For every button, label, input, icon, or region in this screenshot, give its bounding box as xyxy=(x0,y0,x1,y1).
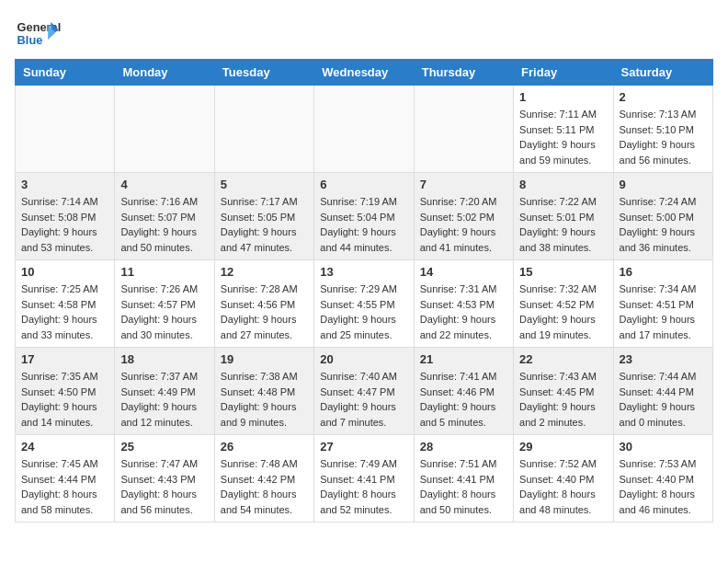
calendar-cell: 29Sunrise: 7:52 AMSunset: 4:40 PMDayligh… xyxy=(514,435,613,523)
logo-icon: General Blue xyxy=(15,15,61,52)
day-number: 8 xyxy=(519,178,607,191)
day-info: Sunrise: 7:43 AMSunset: 4:45 PMDaylight:… xyxy=(519,369,607,430)
day-number: 6 xyxy=(320,178,407,191)
day-info: Sunrise: 7:40 AMSunset: 4:47 PMDaylight:… xyxy=(320,369,407,430)
day-number: 27 xyxy=(320,440,407,454)
calendar-cell: 17Sunrise: 7:35 AMSunset: 4:50 PMDayligh… xyxy=(16,348,115,435)
weekday-header: Tuesday xyxy=(214,60,313,86)
day-info: Sunrise: 7:28 AMSunset: 4:56 PMDaylight:… xyxy=(221,282,308,342)
calendar-cell: 11Sunrise: 7:26 AMSunset: 4:57 PMDayligh… xyxy=(115,260,214,348)
day-info: Sunrise: 7:53 AMSunset: 4:40 PMDaylight:… xyxy=(620,456,707,517)
day-number: 1 xyxy=(519,90,607,104)
day-number: 30 xyxy=(620,440,707,454)
calendar-cell: 12Sunrise: 7:28 AMSunset: 4:56 PMDayligh… xyxy=(214,260,313,348)
day-info: Sunrise: 7:11 AMSunset: 5:11 PMDaylight:… xyxy=(519,107,607,167)
day-number: 17 xyxy=(21,352,108,366)
logo: General Blue xyxy=(15,15,61,52)
day-info: Sunrise: 7:20 AMSunset: 5:02 PMDaylight:… xyxy=(420,194,507,255)
calendar-cell: 24Sunrise: 7:45 AMSunset: 4:44 PMDayligh… xyxy=(16,435,115,523)
day-number: 19 xyxy=(221,352,308,366)
calendar-cell: 10Sunrise: 7:25 AMSunset: 4:58 PMDayligh… xyxy=(16,260,115,348)
calendar-cell xyxy=(214,86,313,173)
calendar-cell xyxy=(314,86,414,173)
calendar-cell: 22Sunrise: 7:43 AMSunset: 4:45 PMDayligh… xyxy=(514,348,613,435)
calendar-week-row: 10Sunrise: 7:25 AMSunset: 4:58 PMDayligh… xyxy=(16,260,713,348)
calendar-cell: 23Sunrise: 7:44 AMSunset: 4:44 PMDayligh… xyxy=(613,348,712,435)
calendar-cell: 20Sunrise: 7:40 AMSunset: 4:47 PMDayligh… xyxy=(314,348,414,435)
day-info: Sunrise: 7:32 AMSunset: 4:52 PMDaylight:… xyxy=(519,282,607,342)
day-number: 11 xyxy=(120,265,208,279)
calendar-cell: 5Sunrise: 7:17 AMSunset: 5:05 PMDaylight… xyxy=(214,173,313,260)
day-number: 13 xyxy=(320,265,407,279)
day-number: 24 xyxy=(21,440,108,454)
day-number: 5 xyxy=(221,178,308,191)
day-info: Sunrise: 7:14 AMSunset: 5:08 PMDaylight:… xyxy=(21,194,108,255)
weekday-header: Sunday xyxy=(16,60,115,86)
calendar-cell: 15Sunrise: 7:32 AMSunset: 4:52 PMDayligh… xyxy=(514,260,613,348)
calendar-table: SundayMondayTuesdayWednesdayThursdayFrid… xyxy=(15,59,713,523)
day-info: Sunrise: 7:38 AMSunset: 4:48 PMDaylight:… xyxy=(221,369,308,430)
calendar-header-row: SundayMondayTuesdayWednesdayThursdayFrid… xyxy=(16,60,713,86)
day-info: Sunrise: 7:13 AMSunset: 5:10 PMDaylight:… xyxy=(620,107,707,167)
day-info: Sunrise: 7:17 AMSunset: 5:05 PMDaylight:… xyxy=(221,194,308,255)
day-number: 22 xyxy=(519,352,607,366)
calendar-cell: 9Sunrise: 7:24 AMSunset: 5:00 PMDaylight… xyxy=(613,173,712,260)
day-info: Sunrise: 7:26 AMSunset: 4:57 PMDaylight:… xyxy=(120,282,208,342)
calendar-week-row: 17Sunrise: 7:35 AMSunset: 4:50 PMDayligh… xyxy=(16,348,713,435)
calendar-cell: 14Sunrise: 7:31 AMSunset: 4:53 PMDayligh… xyxy=(414,260,513,348)
calendar-cell: 28Sunrise: 7:51 AMSunset: 4:41 PMDayligh… xyxy=(414,435,513,523)
day-info: Sunrise: 7:22 AMSunset: 5:01 PMDaylight:… xyxy=(519,194,607,255)
calendar-week-row: 1Sunrise: 7:11 AMSunset: 5:11 PMDaylight… xyxy=(16,86,713,173)
day-info: Sunrise: 7:49 AMSunset: 4:41 PMDaylight:… xyxy=(320,456,407,517)
header: General Blue xyxy=(15,15,713,52)
day-info: Sunrise: 7:24 AMSunset: 5:00 PMDaylight:… xyxy=(620,194,707,255)
weekday-header: Saturday xyxy=(613,60,712,86)
calendar-cell: 30Sunrise: 7:53 AMSunset: 4:40 PMDayligh… xyxy=(613,435,712,523)
calendar-cell: 4Sunrise: 7:16 AMSunset: 5:07 PMDaylight… xyxy=(115,173,214,260)
weekday-header: Monday xyxy=(115,60,214,86)
day-info: Sunrise: 7:34 AMSunset: 4:51 PMDaylight:… xyxy=(620,282,707,342)
calendar-cell: 3Sunrise: 7:14 AMSunset: 5:08 PMDaylight… xyxy=(16,173,115,260)
day-number: 7 xyxy=(420,178,507,191)
calendar-cell: 27Sunrise: 7:49 AMSunset: 4:41 PMDayligh… xyxy=(314,435,414,523)
calendar-cell: 13Sunrise: 7:29 AMSunset: 4:55 PMDayligh… xyxy=(314,260,414,348)
calendar-week-row: 3Sunrise: 7:14 AMSunset: 5:08 PMDaylight… xyxy=(16,173,713,260)
calendar-cell: 25Sunrise: 7:47 AMSunset: 4:43 PMDayligh… xyxy=(115,435,214,523)
day-number: 28 xyxy=(420,440,507,454)
day-number: 16 xyxy=(620,265,707,279)
day-info: Sunrise: 7:45 AMSunset: 4:44 PMDaylight:… xyxy=(21,456,108,517)
day-info: Sunrise: 7:41 AMSunset: 4:46 PMDaylight:… xyxy=(420,369,507,430)
day-number: 23 xyxy=(620,352,707,366)
day-info: Sunrise: 7:44 AMSunset: 4:44 PMDaylight:… xyxy=(620,369,707,430)
day-info: Sunrise: 7:47 AMSunset: 4:43 PMDaylight:… xyxy=(120,456,208,517)
day-number: 4 xyxy=(120,178,208,191)
day-number: 12 xyxy=(221,265,308,279)
day-number: 14 xyxy=(420,265,507,279)
svg-text:Blue: Blue xyxy=(17,33,43,47)
weekday-header: Thursday xyxy=(414,60,513,86)
calendar-cell: 2Sunrise: 7:13 AMSunset: 5:10 PMDaylight… xyxy=(613,86,712,173)
calendar-week-row: 24Sunrise: 7:45 AMSunset: 4:44 PMDayligh… xyxy=(16,435,713,523)
day-info: Sunrise: 7:35 AMSunset: 4:50 PMDaylight:… xyxy=(21,369,108,430)
day-info: Sunrise: 7:52 AMSunset: 4:40 PMDaylight:… xyxy=(519,456,607,517)
day-number: 10 xyxy=(21,265,108,279)
day-number: 26 xyxy=(221,440,308,454)
weekday-header: Friday xyxy=(514,60,613,86)
calendar-cell: 18Sunrise: 7:37 AMSunset: 4:49 PMDayligh… xyxy=(115,348,214,435)
calendar-cell: 1Sunrise: 7:11 AMSunset: 5:11 PMDaylight… xyxy=(514,86,613,173)
calendar-cell xyxy=(414,86,513,173)
day-info: Sunrise: 7:37 AMSunset: 4:49 PMDaylight:… xyxy=(120,369,208,430)
calendar-cell: 19Sunrise: 7:38 AMSunset: 4:48 PMDayligh… xyxy=(214,348,313,435)
day-info: Sunrise: 7:51 AMSunset: 4:41 PMDaylight:… xyxy=(420,456,507,517)
day-number: 21 xyxy=(420,352,507,366)
day-number: 3 xyxy=(21,178,108,191)
calendar-cell: 7Sunrise: 7:20 AMSunset: 5:02 PMDaylight… xyxy=(414,173,513,260)
calendar-cell xyxy=(115,86,214,173)
day-info: Sunrise: 7:48 AMSunset: 4:42 PMDaylight:… xyxy=(221,456,308,517)
day-number: 18 xyxy=(120,352,208,366)
day-info: Sunrise: 7:25 AMSunset: 4:58 PMDaylight:… xyxy=(21,282,108,342)
day-info: Sunrise: 7:29 AMSunset: 4:55 PMDaylight:… xyxy=(320,282,407,342)
calendar-cell: 16Sunrise: 7:34 AMSunset: 4:51 PMDayligh… xyxy=(613,260,712,348)
weekday-header: Wednesday xyxy=(314,60,414,86)
day-number: 15 xyxy=(519,265,607,279)
